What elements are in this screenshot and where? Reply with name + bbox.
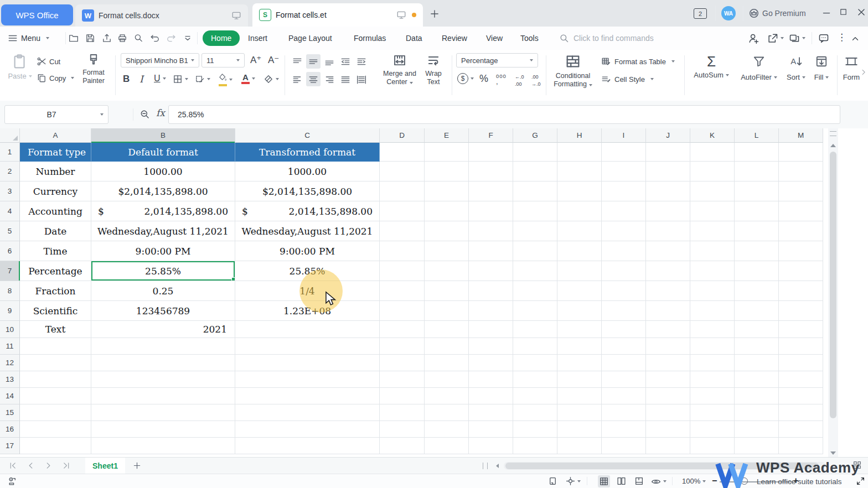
page-layout-view-icon[interactable] [617,476,626,486]
page-break-view-icon[interactable] [634,476,644,486]
cell-I10[interactable] [602,321,646,338]
cell-L10[interactable] [735,321,779,338]
cell-F1[interactable] [469,143,513,162]
cell-M15[interactable] [779,404,823,421]
cell-J14[interactable] [646,388,690,404]
align-top-button[interactable] [290,54,304,69]
column-header-J[interactable]: J [646,128,690,143]
cell-E14[interactable] [425,388,469,404]
reading-view-button[interactable] [651,476,666,486]
cell-F17[interactable] [469,438,513,454]
cell-E7[interactable] [425,261,469,281]
zoom-in-button[interactable]: + [793,476,798,486]
cell-A15[interactable] [20,404,91,421]
autosum-button[interactable]: Σ AutoSum [691,52,732,79]
cell-H5[interactable] [557,221,602,241]
cell-L17[interactable] [735,438,779,454]
font-color-button[interactable]: A [241,73,255,84]
cell-H10[interactable] [557,321,602,338]
paste-button[interactable]: Paste [7,53,33,80]
cell-F10[interactable] [469,321,513,338]
zoom-slider-track[interactable] [720,481,793,482]
percent-format-button[interactable]: % [479,73,488,85]
cell-E16[interactable] [425,421,469,438]
cell-G13[interactable] [513,371,557,388]
row-header-2[interactable]: 2 [0,162,20,181]
cell-M6[interactable] [779,241,823,261]
cell-A6[interactable]: Time [20,241,91,261]
cell-E17[interactable] [425,438,469,454]
cell-G1[interactable] [513,143,557,162]
cell-style-button[interactable]: Cell Style [601,74,654,84]
cell-L1[interactable] [735,143,779,162]
row-header-6[interactable]: 6 [0,241,20,261]
cell-L2[interactable] [735,162,779,181]
cell-I3[interactable] [602,181,646,201]
cell-E15[interactable] [425,404,469,421]
cell-F6[interactable] [469,241,513,261]
column-header-H[interactable]: H [557,128,602,143]
cell-H11[interactable] [557,338,602,355]
cell-L14[interactable] [735,388,779,404]
row-header-4[interactable]: 4 [0,201,20,221]
cell-H4[interactable] [557,201,602,221]
row-header-10[interactable]: 10 [0,321,20,338]
cell-B13[interactable] [91,371,235,388]
cell-I1[interactable] [602,143,646,162]
cell-H3[interactable] [557,181,602,201]
zoom-formula-icon[interactable] [140,109,150,120]
comma-format-button[interactable]: 000 , [496,72,507,84]
cell-J11[interactable] [646,338,690,355]
cell-C2[interactable]: 1000.00 [235,162,380,181]
cell-K16[interactable] [690,421,735,438]
cell-H13[interactable] [557,371,602,388]
cell-K7[interactable] [690,261,735,281]
go-premium-button[interactable]: Go Premium [748,8,806,19]
zoom-level-button[interactable]: 100% [682,477,706,485]
cell-K14[interactable] [690,388,735,404]
cell-L15[interactable] [735,404,779,421]
bold-button[interactable]: B [123,74,130,85]
cell-L4[interactable] [735,201,779,221]
column-header-D[interactable]: D [380,128,425,143]
cell-L13[interactable] [735,371,779,388]
cell-L9[interactable] [735,301,779,321]
cell-B8[interactable]: 0.25 [91,281,235,301]
normal-view-icon[interactable] [598,475,610,487]
account-avatar[interactable]: WA [721,6,736,20]
cell-H17[interactable] [557,438,602,454]
cell-J10[interactable] [646,321,690,338]
cell-A11[interactable] [20,338,91,355]
workspace-grid-icon[interactable] [852,460,862,470]
distribute-button[interactable] [354,72,369,86]
close-button[interactable] [856,7,866,17]
column-header-K[interactable]: K [690,128,735,143]
cell-M9[interactable] [779,301,823,321]
export-icon[interactable] [102,33,112,43]
decrease-decimal-button[interactable]: .00 →.0 [531,73,541,87]
tab-page-layout[interactable]: Page Layout [288,27,332,50]
font-name-combo[interactable]: Shippori Mincho B1 [121,53,199,68]
customize-toolbar-icon[interactable] [183,33,193,43]
cell-M17[interactable] [779,438,823,454]
cell-K11[interactable] [690,338,735,355]
row-header-9[interactable]: 9 [0,301,20,321]
cell-G14[interactable] [513,388,557,404]
v-split-handle[interactable] [830,131,836,136]
format-painter-button[interactable]: Format Painter [76,53,111,85]
cell-E1[interactable] [425,143,469,162]
row-header-15[interactable]: 15 [0,404,20,421]
cell-J8[interactable] [646,281,690,301]
cell-D6[interactable] [380,241,425,261]
scroll-up-arrow[interactable] [830,144,836,147]
select-all-corner[interactable] [0,128,20,143]
cell-H6[interactable] [557,241,602,261]
cell-D12[interactable] [380,355,425,371]
column-header-B[interactable]: B [91,128,235,143]
cell-C11[interactable] [235,338,380,355]
cell-B16[interactable] [91,421,235,438]
cell-F16[interactable] [469,421,513,438]
cell-G15[interactable] [513,404,557,421]
new-tab-button[interactable] [430,9,440,19]
wrap-text-button[interactable]: Wrap Text [421,53,446,86]
